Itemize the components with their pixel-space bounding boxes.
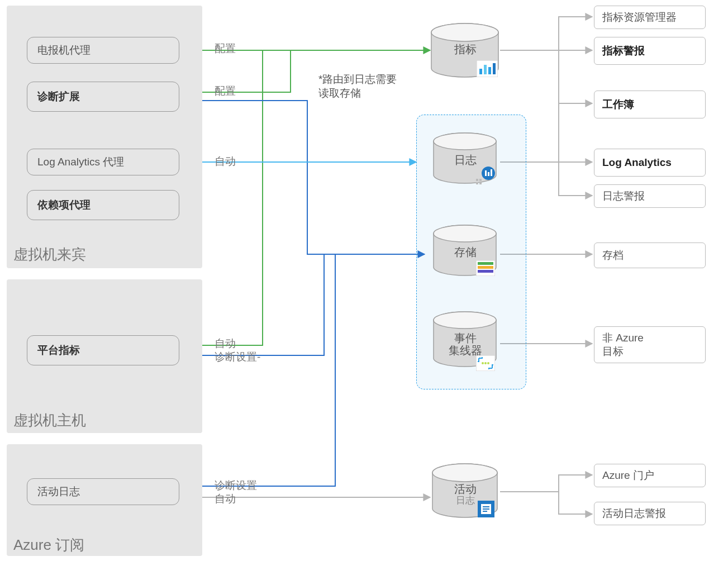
edge-label-telegraf-cfg: 配置 xyxy=(215,41,236,56)
svg-rect-5 xyxy=(484,65,487,74)
cyl-label-storage: 存储 xyxy=(430,245,500,260)
source-label: 活动日志 xyxy=(37,484,80,499)
activity-icon xyxy=(478,501,494,517)
source-label: Log Analytics 代理 xyxy=(37,155,124,169)
svg-rect-12 xyxy=(488,172,489,176)
svg-rect-21 xyxy=(478,262,493,265)
svg-point-25 xyxy=(434,312,496,329)
storage-icon xyxy=(476,260,495,276)
route-note-line2: 读取存储 xyxy=(318,87,361,99)
source-label: 平台指标 xyxy=(37,343,80,358)
azure-monitoring-diagram: 虚拟机来宾 虚拟机主机 Azure 订阅 电报机代理 诊断扩展 Log Anal… xyxy=(0,0,728,561)
svg-rect-17 xyxy=(479,182,482,184)
cyl-label-metrics: 指标 xyxy=(430,42,500,57)
dest-log-analytics: Log Analytics xyxy=(594,149,706,177)
dest-label: 指标资源管理器 xyxy=(602,10,677,25)
source-platform-metrics: 平台指标 xyxy=(27,335,179,365)
svg-point-31 xyxy=(432,464,497,482)
svg-rect-7 xyxy=(493,63,496,74)
svg-rect-34 xyxy=(483,506,489,507)
dest-metrics-explorer: 指标资源管理器 xyxy=(594,6,706,29)
source-la-agent: Log Analytics 代理 xyxy=(27,149,179,175)
dest-activity-alerts: 活动日志警报 xyxy=(594,502,706,525)
svg-rect-14 xyxy=(476,179,478,181)
dest-archive: 存档 xyxy=(594,243,706,268)
metrics-chart-icon xyxy=(477,60,498,77)
svg-rect-13 xyxy=(491,169,492,176)
panel-title-sub: Azure 订阅 xyxy=(13,535,84,555)
svg-point-27 xyxy=(482,362,484,364)
svg-point-29 xyxy=(487,362,489,364)
dest-label: Log Analytics xyxy=(602,156,672,169)
svg-rect-16 xyxy=(476,182,478,184)
source-diag-ext: 诊断扩展 xyxy=(27,82,179,112)
dest-label: 工作簿 xyxy=(602,97,634,112)
svg-rect-15 xyxy=(479,179,482,181)
eventhub-icon xyxy=(476,355,495,371)
dest-label: 存档 xyxy=(602,248,624,263)
svg-rect-35 xyxy=(483,508,489,510)
svg-rect-22 xyxy=(478,266,493,269)
edge-label-act-diag: 诊断设置 xyxy=(215,478,257,493)
source-label: 依赖项代理 xyxy=(37,198,91,212)
edge-label-diagext-cfg: 配置 xyxy=(215,84,236,98)
dest-label: 非 Azure 目标 xyxy=(602,331,644,358)
svg-rect-11 xyxy=(485,170,487,176)
dest-label: 指标警报 xyxy=(602,44,645,58)
route-note-line1: *路由到日志需要 xyxy=(318,73,397,85)
dest-log-alerts: 日志警报 xyxy=(594,184,706,208)
svg-point-19 xyxy=(434,225,496,242)
source-dep-agent: 依赖项代理 xyxy=(27,190,179,220)
panel-title-guest: 虚拟机来宾 xyxy=(13,245,86,264)
source-label: 诊断扩展 xyxy=(37,89,80,104)
cyl-label-logs: 日志 xyxy=(430,153,500,168)
source-label: 电报机代理 xyxy=(37,43,91,58)
dest-azure-portal: Azure 门户 xyxy=(594,464,706,487)
dest-non-azure: 非 Azure 目标 xyxy=(594,326,706,363)
source-telegraf: 电报机代理 xyxy=(27,37,179,64)
source-activity-log: 活动日志 xyxy=(27,478,179,505)
svg-rect-36 xyxy=(483,511,487,512)
svg-point-28 xyxy=(484,362,487,364)
edge-label-plat-diag: 诊断设置- xyxy=(215,350,260,364)
panel-title-host: 虚拟机主机 xyxy=(13,411,86,430)
edge-label-plat-auto: 自动 xyxy=(215,336,236,351)
logs-icon xyxy=(475,167,495,187)
svg-point-9 xyxy=(434,133,496,150)
svg-rect-6 xyxy=(488,67,491,74)
dest-label: 活动日志警报 xyxy=(602,506,666,521)
dest-metric-alerts: 指标警报 xyxy=(594,37,706,65)
edge-label-act-auto: 自动 xyxy=(215,492,236,506)
dest-label: Azure 门户 xyxy=(602,468,654,483)
route-note: *路由到日志需要 读取存储 xyxy=(318,73,397,100)
dest-workbooks: 工作簿 xyxy=(594,91,706,118)
dest-label: 日志警报 xyxy=(602,189,645,203)
svg-point-2 xyxy=(431,23,498,41)
svg-rect-23 xyxy=(478,270,493,273)
svg-rect-4 xyxy=(479,69,482,74)
edge-label-la-auto: 自动 xyxy=(215,154,236,169)
